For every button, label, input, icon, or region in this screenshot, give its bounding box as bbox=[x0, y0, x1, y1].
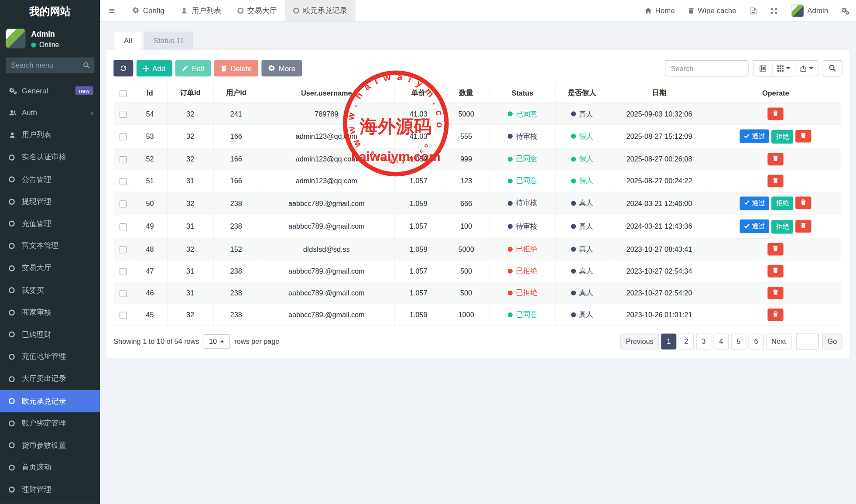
nav-tab[interactable]: 欧元承兑记录 bbox=[285, 0, 355, 21]
table-row[interactable]: 53 32 166 admin123@qq.com 41.03 555 待审核 … bbox=[113, 125, 841, 148]
sidebar-item[interactable]: 账户绑定管理 bbox=[0, 412, 100, 435]
column-header[interactable]: 日期 bbox=[609, 83, 709, 103]
column-header[interactable]: Status bbox=[490, 83, 555, 103]
sidebar-item[interactable]: 商家审核 bbox=[0, 302, 100, 324]
nav-tab[interactable]: 用户列表 bbox=[172, 0, 229, 21]
column-header[interactable]: Operate bbox=[710, 83, 842, 103]
row-checkbox[interactable] bbox=[120, 290, 127, 297]
table-row[interactable]: 54 32 241 789789 41.03 5000 已同意 真人 2025-… bbox=[113, 103, 841, 125]
column-header[interactable]: 单价 bbox=[394, 83, 442, 103]
select-all-checkbox[interactable] bbox=[120, 90, 127, 97]
nav-tab[interactable]: 交易大厅 bbox=[229, 0, 285, 21]
previous-page-button[interactable]: Previous bbox=[620, 333, 659, 349]
row-delete-button[interactable] bbox=[768, 243, 784, 255]
sidebar-item[interactable]: 充值管理 bbox=[0, 213, 100, 235]
filter-tab[interactable]: All bbox=[115, 32, 141, 51]
table-search-input[interactable] bbox=[665, 60, 748, 77]
table-row[interactable]: 49 31 238 aabbcc789.@gmail.com 1.057 100… bbox=[113, 215, 841, 238]
row-checkbox[interactable] bbox=[120, 156, 127, 163]
columns-button[interactable] bbox=[773, 60, 796, 77]
filter-tab[interactable]: Status 11 bbox=[144, 32, 193, 51]
approve-button[interactable]: 通过 bbox=[740, 130, 770, 143]
language-button[interactable] bbox=[743, 0, 764, 21]
sidebar-item[interactable]: 用户列表 bbox=[0, 124, 100, 146]
column-header[interactable]: 订单id bbox=[167, 83, 213, 103]
row-delete-button[interactable] bbox=[795, 130, 811, 142]
sidebar-item[interactable]: 实名认证审核 bbox=[0, 146, 100, 168]
row-checkbox[interactable] bbox=[120, 134, 127, 141]
export-button[interactable] bbox=[795, 60, 818, 77]
sidebar-item[interactable]: 货币参数设置 bbox=[0, 434, 100, 456]
page-button[interactable]: 3 bbox=[696, 333, 711, 349]
table-row[interactable]: 48 32 152 dfdsfsd@sd.ss 1.059 5000 已拒绝 真… bbox=[113, 238, 841, 260]
column-header[interactable]: 是否假人 bbox=[555, 83, 609, 103]
row-delete-button[interactable] bbox=[768, 175, 784, 187]
row-delete-button[interactable] bbox=[768, 286, 784, 299]
next-page-button[interactable]: Next bbox=[766, 333, 791, 349]
row-delete-button[interactable] bbox=[768, 108, 784, 120]
row-checkbox[interactable] bbox=[120, 178, 127, 185]
table-row[interactable]: 45 32 238 aabbcc789.@gmail.com 1.059 100… bbox=[113, 304, 841, 326]
sidebar-item[interactable]: 首页滚动 bbox=[0, 456, 100, 479]
approve-button[interactable]: 通过 bbox=[740, 196, 770, 210]
admin-menu[interactable]: Admin bbox=[784, 0, 835, 21]
more-button[interactable]: More bbox=[262, 60, 302, 77]
column-header[interactable]: Id bbox=[133, 83, 167, 103]
sidebar-group-auth[interactable]: Auth ‹ bbox=[0, 102, 100, 124]
row-checkbox[interactable] bbox=[120, 246, 127, 253]
column-header[interactable]: 数量 bbox=[443, 83, 490, 103]
page-jump-input[interactable] bbox=[796, 333, 819, 349]
home-button[interactable]: Home bbox=[638, 0, 681, 21]
sidebar-item[interactable]: 公告管理 bbox=[0, 168, 100, 191]
row-checkbox[interactable] bbox=[120, 111, 127, 118]
row-delete-button[interactable] bbox=[795, 220, 811, 233]
table-row[interactable]: 46 31 238 aabbcc789.@gmail.com 1.057 500… bbox=[113, 282, 841, 304]
sidebar-item[interactable]: 提现管理 bbox=[0, 191, 100, 213]
settings-button[interactable] bbox=[835, 0, 856, 21]
row-checkbox[interactable] bbox=[120, 268, 127, 275]
sidebar-item[interactable]: 大厅卖出记录 bbox=[0, 368, 100, 390]
page-button[interactable]: 1 bbox=[661, 333, 676, 349]
reject-button[interactable]: 拒绝 bbox=[771, 220, 793, 233]
delete-button[interactable]: Delete bbox=[214, 60, 258, 77]
table-row[interactable]: 47 31 238 aabbcc789.@gmail.com 1.057 500… bbox=[113, 260, 841, 282]
add-button[interactable]: Add bbox=[137, 60, 172, 77]
sidebar-item[interactable]: 我要买 bbox=[0, 279, 100, 302]
page-button[interactable]: 4 bbox=[713, 333, 729, 349]
sidebar-item[interactable]: 理财管理 bbox=[0, 479, 100, 501]
row-delete-button[interactable] bbox=[795, 196, 811, 209]
column-header[interactable]: 用户id bbox=[213, 83, 259, 103]
sidebar-item[interactable]: 欧元承兑记录 bbox=[0, 390, 100, 412]
approve-button[interactable]: 通过 bbox=[740, 219, 770, 233]
page-button[interactable]: 6 bbox=[748, 333, 764, 349]
reject-button[interactable]: 拒绝 bbox=[771, 130, 793, 143]
row-delete-button[interactable] bbox=[768, 308, 784, 321]
sidebar-item[interactable]: 交易大厅 bbox=[0, 257, 100, 279]
table-row[interactable]: 50 32 238 aabbcc789.@gmail.com 1.059 666… bbox=[113, 192, 841, 215]
go-button[interactable]: Go bbox=[822, 333, 842, 349]
row-delete-button[interactable] bbox=[768, 264, 784, 277]
nav-tab[interactable]: Config bbox=[124, 0, 172, 21]
edit-button[interactable]: Edit bbox=[175, 60, 211, 77]
wipe-cache-button[interactable]: Wipe cache bbox=[681, 0, 743, 21]
sidebar-item[interactable]: 已购理财 bbox=[0, 323, 100, 346]
refresh-button[interactable] bbox=[113, 60, 133, 77]
column-header[interactable]: User.username bbox=[259, 83, 394, 103]
menu-toggle-icon[interactable]: ≡ bbox=[100, 0, 124, 21]
row-checkbox[interactable] bbox=[120, 312, 127, 319]
detail-view-button[interactable] bbox=[753, 60, 773, 77]
page-button[interactable]: 5 bbox=[731, 333, 746, 349]
advanced-search-button[interactable] bbox=[823, 60, 842, 77]
reject-button[interactable]: 拒绝 bbox=[771, 196, 793, 210]
page-button[interactable]: 2 bbox=[678, 333, 694, 349]
row-delete-button[interactable] bbox=[768, 153, 784, 165]
row-checkbox[interactable] bbox=[120, 200, 127, 207]
fullscreen-button[interactable] bbox=[764, 0, 784, 21]
page-size-dropdown[interactable]: 10 bbox=[204, 334, 230, 349]
sidebar-group-general[interactable]: General new bbox=[0, 80, 100, 102]
sidebar-item[interactable]: 富文本管理 bbox=[0, 235, 100, 257]
sidebar-search-input[interactable] bbox=[6, 57, 95, 73]
sidebar-item[interactable]: 充值地址管理 bbox=[0, 346, 100, 368]
table-row[interactable]: 52 32 166 admin123@qq.com 1.059 999 已同意 … bbox=[113, 148, 841, 170]
table-row[interactable]: 51 31 166 admin123@qq.com 1.057 123 已同意 … bbox=[113, 170, 841, 192]
